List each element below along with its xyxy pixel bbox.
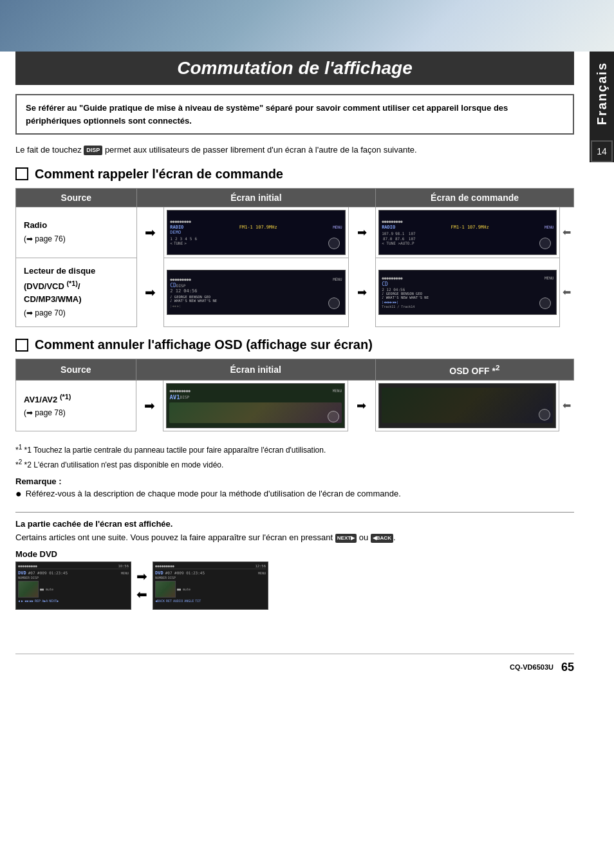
sim-av-status: ●●●●●●●●●	[169, 388, 191, 393]
remarque-item: ● Référez-vous à la description de chaqu…	[15, 489, 574, 499]
sim-osd-image	[382, 388, 553, 423]
sim-freq: FM1-1 107.9MHz	[239, 225, 277, 230]
screen-av-initial: ●●●●●●●●● MENU AV1 DISP	[163, 380, 348, 431]
remarque-title: Remarque :	[15, 476, 574, 486]
main-content: Commutation de l'affichage Se référer au…	[0, 52, 590, 692]
intro-text: Le fait de touchez DISP permet aux utili…	[15, 144, 574, 156]
sim-av-image	[169, 402, 342, 423]
screen-radio-initial: ●●●●●●●●● RADIO FM1-1 107.9MHz MENU DEMO…	[164, 207, 348, 258]
sim-av-header: ●●●●●●●●● MENU	[169, 388, 342, 393]
dvd-header-1: ●●●●●●●●● 10:56	[18, 564, 129, 569]
sim-disc-status: ●●●●●●●●●	[170, 277, 191, 281]
bullet-dot: ●	[15, 489, 22, 499]
sim-radio-label-2: RADIO	[382, 225, 395, 230]
section2-heading: Comment annuler l'affichage OSD (afficha…	[15, 337, 574, 352]
source-label-radio: Radio	[24, 220, 47, 230]
sim-disc-controls: |◀◀▶|	[170, 304, 181, 308]
sim-disc-menu: MENU	[333, 277, 342, 281]
page-ref-radio: (➡ page 76)	[24, 234, 66, 243]
dvd-buttons-1: ◀▶◀◀▶▶REPA▶ANEXT▶	[18, 599, 129, 603]
sim-track-cmd2: ♪ WHAT'S NEW WHAT'S NE	[382, 296, 429, 299]
arrow-left-disc: ⬅	[560, 258, 574, 327]
touch-indicator-3	[328, 297, 340, 309]
disp-button-inline: DISP	[84, 146, 102, 156]
touch-indicator-6	[539, 409, 550, 420]
right-sidebar: Français 14	[590, 52, 614, 162]
sim-numbers: 123456	[170, 236, 197, 241]
dvd-thumb-1	[18, 581, 39, 598]
section2-header-row: Source Écran initial OSD OFF *2	[16, 359, 574, 381]
sim-track-list: Track11 / Track14	[382, 305, 414, 308]
source-cell-radio: Radio (➡ page 76)	[16, 207, 137, 258]
sim-disc-cmd-controls: |◀◀▶▶▶▶|	[382, 300, 398, 304]
sim-status: ●●●●●●●●●	[170, 219, 191, 223]
sim-av-osd	[378, 383, 556, 428]
screen-av-osd	[375, 380, 559, 431]
arrow-right-av-1: ➡	[136, 380, 163, 431]
page-title: Commutation de l'affichage	[15, 58, 574, 79]
sim-menu: MENU	[333, 225, 342, 230]
checkbox-icon-1	[15, 167, 28, 180]
sim-av-menu: MENU	[333, 388, 342, 393]
sim-radio-commande: ●●●●●●●●● RADIO FM1-1 107.9MHz MENU 107.…	[378, 210, 557, 255]
dvd-screens: ●●●●●●●●● 10:56 DVD #07 #009 01:23:45 ME…	[15, 561, 574, 610]
arrow-right-radio-2: ➡	[348, 207, 376, 258]
section1-heading: Comment rappeler l'écran de commande	[15, 167, 574, 182]
arrow-right-av-2: ➡	[348, 380, 376, 431]
hidden-section: La partie cachée de l'écran est affichée…	[15, 519, 574, 610]
sim-disc-header: ●●●●●●●●● MENU	[170, 277, 342, 281]
sim-track-time: 2 12 04:56	[170, 288, 197, 294]
mode-label: Mode DVD	[15, 549, 574, 559]
dvd-time-2: 12:56	[255, 564, 266, 568]
dvd-row1: DVD #07 #009 01:23:45 MENU	[18, 571, 129, 576]
sim-header: ●●●●●●●●●	[170, 219, 342, 223]
sim-menu-2: MENU	[544, 225, 554, 230]
sim-disc-cmd-menu: MENU	[544, 276, 554, 280]
touch-indicator-4	[539, 297, 551, 309]
section2-title: Comment annuler l'affichage OSD (afficha…	[35, 337, 373, 352]
info-box-text: Se référer au "Guide pratique de mise à …	[26, 103, 508, 126]
touch-indicator-1	[328, 238, 340, 249]
dvd-menu-2: MENU	[258, 571, 266, 575]
next-button-inline: NEXT▶	[335, 534, 357, 543]
sim-header-2: ●●●●●●●●●	[382, 219, 554, 223]
section2-table: Source Écran initial OSD OFF *2 AV1/AV2 …	[15, 359, 574, 431]
table-row: AV1/AV2 (*1) (➡ page 78) ➡ ●●●●●●●●● MEN…	[16, 380, 574, 431]
dvd-arrow-left: ⬅	[136, 587, 147, 602]
sim-av-label: AV1	[169, 394, 180, 401]
dvd-buttons-2: ◀BACKRETAUDIOANGLETIT	[155, 599, 266, 603]
source-label-disc: Lecteur de disque(DVD/VCD (*1)/CD/MP3/WM…	[24, 266, 95, 305]
sim-freq-2: FM1-1 107.9MHz	[451, 225, 489, 230]
header-osd-off: OSD OFF *2	[375, 359, 573, 381]
footnote-2: *2 *2 L'écran d'utilisation n'est pas di…	[15, 457, 574, 471]
page-ref-disc: (➡ page 70)	[24, 308, 66, 317]
dvd-label-1: DVD	[18, 571, 26, 576]
sim-disc-commande: ●●●●●●●●● MENU CD 2 12 04:56 ♪ GEORGE BE…	[378, 270, 557, 315]
header-source-2: Source	[16, 359, 136, 381]
table-row: Lecteur de disque(DVD/VCD (*1)/CD/MP3/WM…	[16, 258, 574, 327]
sim-tune: <TUNE>	[170, 241, 187, 245]
sim-tune-cmd: < TUNE >AUTO.P	[382, 241, 414, 245]
sim-cd-label-2: CD	[382, 281, 388, 287]
header-ecran-initial-2: Écran initial	[136, 359, 375, 381]
dvd-thumb-2	[155, 581, 176, 598]
sim-radio-initial: ●●●●●●●●● RADIO FM1-1 107.9MHz MENU DEMO…	[167, 210, 345, 255]
bottom-page: 65	[561, 661, 574, 674]
arrow-right-disc-2: ➡	[348, 258, 376, 327]
dvd-menu-1: MENU	[121, 571, 129, 575]
remarque-text: Référez-vous à la description de chaque …	[26, 489, 401, 498]
dvd-header-2: ●●●●●●●●● 12:56	[155, 564, 266, 569]
dvd-info-2: ■■ mute	[177, 587, 191, 591]
sup-1: (*1)	[66, 279, 77, 287]
table-row: Radio (➡ page 76) ➡ ●●●●●●●●● RADIO FM1-…	[16, 207, 574, 258]
dvd-screen-2: ●●●●●●●●● 12:56 DVD #07 #009 01:23:45 ME…	[153, 561, 268, 610]
page-number-box: 14	[591, 140, 613, 162]
sim-av-disp: DISP	[180, 395, 189, 399]
page-ref-av: (➡ page 78)	[24, 408, 66, 417]
arrow-right-radio-1: ➡	[136, 207, 164, 258]
touch-indicator-5	[328, 411, 339, 422]
header-source-1: Source	[16, 188, 137, 207]
touch-indicator-dvd-2	[155, 603, 164, 610]
hidden-title: La partie cachée de l'écran est affichée…	[15, 519, 574, 529]
remarque: Remarque : ● Référez-vous à la descripti…	[15, 476, 574, 499]
